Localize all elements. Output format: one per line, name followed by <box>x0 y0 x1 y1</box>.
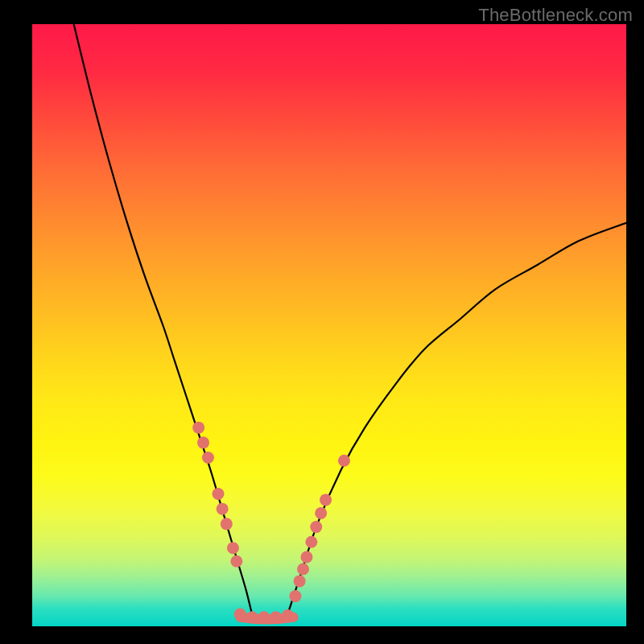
data-marker <box>310 521 322 533</box>
data-marker <box>282 609 294 621</box>
right-curve <box>287 223 626 614</box>
data-marker <box>270 611 282 623</box>
data-marker <box>338 455 350 467</box>
data-marker <box>197 436 209 448</box>
data-markers <box>192 422 350 624</box>
data-marker <box>212 488 224 500</box>
data-marker <box>230 555 242 568</box>
data-marker <box>258 611 270 623</box>
data-marker <box>315 507 327 519</box>
data-marker <box>192 422 204 434</box>
data-marker <box>217 503 229 515</box>
plot-area <box>32 24 626 626</box>
data-marker <box>300 551 312 563</box>
data-marker <box>305 536 317 548</box>
data-marker <box>234 609 246 621</box>
chart-stage: TheBottleneck.com <box>0 0 644 644</box>
data-marker <box>294 575 306 587</box>
data-marker <box>202 452 214 464</box>
data-marker <box>320 493 332 506</box>
chart-svg <box>32 24 626 626</box>
data-marker <box>221 518 233 530</box>
data-marker <box>297 563 309 575</box>
data-marker <box>246 611 258 623</box>
data-marker <box>289 590 301 602</box>
data-marker <box>227 542 239 554</box>
watermark-text: TheBottleneck.com <box>478 5 633 26</box>
